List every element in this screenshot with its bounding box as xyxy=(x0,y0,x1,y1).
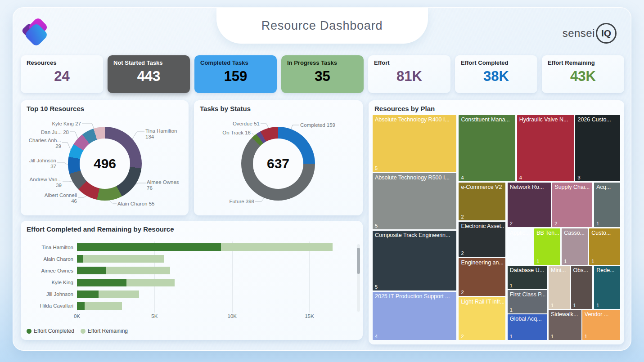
bar-category-label: Hilda Cavallari xyxy=(24,303,73,308)
treemap-tile-label: First Class P... xyxy=(510,291,546,298)
treemap-tile[interactable]: Acq...1 xyxy=(594,183,620,227)
treemap-tile-value: 1 xyxy=(510,259,513,264)
kpi-effort-remaining[interactable]: Effort Remaining 43K xyxy=(542,55,624,93)
treemap-tile[interactable]: Light Rail IT infr...2 xyxy=(459,297,505,340)
kpi-label: Effort Remaining xyxy=(548,59,618,66)
treemap-tile-value: 1 xyxy=(536,259,539,264)
company-logo-icon xyxy=(23,18,50,46)
bar-track xyxy=(77,255,356,263)
treemap-tile[interactable]: Supply Chai...2 xyxy=(552,183,592,227)
treemap-tile[interactable]: Vendor ...1 xyxy=(582,310,620,340)
treemap-tile-label: Absolute Technology R400 I... xyxy=(375,116,455,123)
donut-center-total: 637 xyxy=(267,156,289,171)
x-axis: 0K 5K 10K 15K xyxy=(77,313,356,320)
callout-alain-charon: Alain Charon 55 xyxy=(117,201,154,207)
treemap-tile[interactable]: Global Acq...1 xyxy=(508,314,548,340)
bar-segment-remaining[interactable] xyxy=(99,290,139,298)
scrollbar-thumb[interactable] xyxy=(357,248,360,274)
treemap-tile-label: Composite Track Engineerin... xyxy=(375,232,455,238)
treemap-tile-value: 2 xyxy=(510,221,513,226)
bar-row: Aimee Ownes xyxy=(77,267,356,274)
treemap-tile[interactable]: Engineering an...2 xyxy=(459,258,505,296)
treemap-tile[interactable]: Obs...1 xyxy=(571,266,593,309)
treemap-tile[interactable]: Absolute Technology R400 I...5 xyxy=(373,115,456,172)
bar-segment-remaining[interactable] xyxy=(85,302,122,310)
treemap-tile-value: 1 xyxy=(596,303,599,308)
kpi-effort-completed[interactable]: Effort Completed 38K xyxy=(455,55,537,93)
bar-segment-completed[interactable] xyxy=(77,302,85,310)
bar-segment-remaining[interactable] xyxy=(106,267,170,274)
vertical-scrollbar[interactable] xyxy=(357,244,360,312)
kpi-row: Resources 24 Not Started Tasks 443 Compl… xyxy=(21,55,624,93)
bar-segment-completed[interactable] xyxy=(77,267,106,274)
callout-albert-connell: Albert Connell 46 xyxy=(29,192,77,204)
kpi-completed-tasks[interactable]: Completed Tasks 159 xyxy=(194,55,277,93)
chart-title: Tasks by Status xyxy=(200,105,251,112)
bar-segment-completed[interactable] xyxy=(77,255,83,263)
legend-effort-remaining[interactable]: Effort Remaining xyxy=(81,328,128,334)
treemap-tile[interactable]: BB Ten...1 xyxy=(534,228,560,265)
treemap-tile[interactable]: Sidewalk...1 xyxy=(549,310,581,340)
treemap-tile[interactable]: Absolute Technology R500 I...5 xyxy=(373,173,456,229)
legend-effort-completed[interactable]: Effort Completed xyxy=(27,328,74,334)
callout-completed: Completed 159 xyxy=(300,122,335,128)
treemap-tile[interactable]: Network Ro...2 xyxy=(508,183,551,227)
kpi-resources[interactable]: Resources 24 xyxy=(21,55,103,93)
treemap-tile-label: Casso... xyxy=(564,230,586,236)
treemap-tile[interactable]: Rede...1 xyxy=(594,266,620,309)
treemap-tile-label: Custo... xyxy=(591,230,619,236)
treemap-tile-value: 2 xyxy=(554,221,557,226)
kpi-value: 43K xyxy=(548,68,618,85)
treemap-tile[interactable]: Database U...1 xyxy=(508,266,548,290)
bar-segment-remaining[interactable] xyxy=(126,279,175,286)
bar-segment-remaining[interactable] xyxy=(83,255,164,263)
brand-prefix: sensei xyxy=(563,27,595,40)
treemap-tile-label: Electronic Asset... xyxy=(461,223,504,229)
treemap-tile[interactable]: Applic...1 xyxy=(508,228,534,265)
treemap-tile-value: 1 xyxy=(596,221,599,226)
x-tick: 0K xyxy=(74,313,80,319)
brand-iq-circle: IQ xyxy=(596,23,617,44)
treemap-tile-value: 2 xyxy=(461,334,464,339)
legend-dot-icon xyxy=(81,329,86,334)
treemap-tile[interactable]: Electronic Asset...2 xyxy=(459,222,505,257)
treemap-tile-value: 2 xyxy=(461,290,464,295)
kpi-in-progress-tasks[interactable]: In Progress Tasks 35 xyxy=(281,55,364,93)
kpi-not-started-tasks[interactable]: Not Started Tasks 443 xyxy=(108,55,190,93)
bar-segment-remaining[interactable] xyxy=(221,243,333,251)
treemap-tile-value: 5 xyxy=(375,223,378,228)
kpi-value: 24 xyxy=(27,68,97,85)
bar-track xyxy=(77,279,356,286)
title-band: Resource Dashboard xyxy=(216,8,428,44)
treemap-tile-value: 4 xyxy=(375,334,378,339)
treemap-tile[interactable]: Constituent Mana...4 xyxy=(459,115,515,181)
bar-segment-completed[interactable] xyxy=(77,279,126,286)
treemap-tile[interactable]: 2025 IT Production Support ...4 xyxy=(373,292,456,340)
treemap-tile[interactable]: Composite Track Engineerin...5 xyxy=(373,231,456,290)
treemap-tile-value: 1 xyxy=(551,334,554,339)
treemap-tile-value: 5 xyxy=(375,284,378,290)
resources-by-plan-card: Resources by Plan Absolute Technology R4… xyxy=(369,100,624,344)
treemap-tile[interactable]: Hydraulic Valve N...4 xyxy=(517,115,574,181)
kpi-value: 38K xyxy=(461,68,531,85)
treemap-tile[interactable]: Casso...1 xyxy=(562,228,588,265)
callout-overdue: Overdue 51 xyxy=(221,121,260,127)
treemap-tile[interactable]: 2026 Custo...3 xyxy=(575,115,620,181)
callout-dan: Dan Ju... 28 xyxy=(33,130,69,135)
treemap-tile-value: 5 xyxy=(375,165,378,171)
callout-charles: Charles Anh... 29 xyxy=(24,138,61,149)
treemap-tile[interactable]: Custo...1 xyxy=(589,228,620,265)
x-tick: 15K xyxy=(305,313,314,319)
bar-segment-completed[interactable] xyxy=(77,243,221,251)
treemap-tile[interactable]: Mini...1 xyxy=(549,266,570,309)
treemap-tile[interactable]: e-Commerce V22 xyxy=(459,183,505,220)
callout-andrew: Andrew Van... 39 xyxy=(24,177,62,188)
treemap-tile-label: Global Acq... xyxy=(510,316,546,322)
donut-hole: 496 xyxy=(80,139,130,189)
chart-legend: Effort Completed Effort Remaining xyxy=(27,328,128,334)
treemap-tile[interactable]: First Class P...1 xyxy=(508,290,548,313)
bar-segment-completed[interactable] xyxy=(77,290,99,298)
page: Resource Dashboard sensei IQ Resources 2… xyxy=(0,0,644,362)
treemap-tile-label: Database U... xyxy=(510,267,546,273)
kpi-effort[interactable]: Effort 81K xyxy=(368,55,450,93)
